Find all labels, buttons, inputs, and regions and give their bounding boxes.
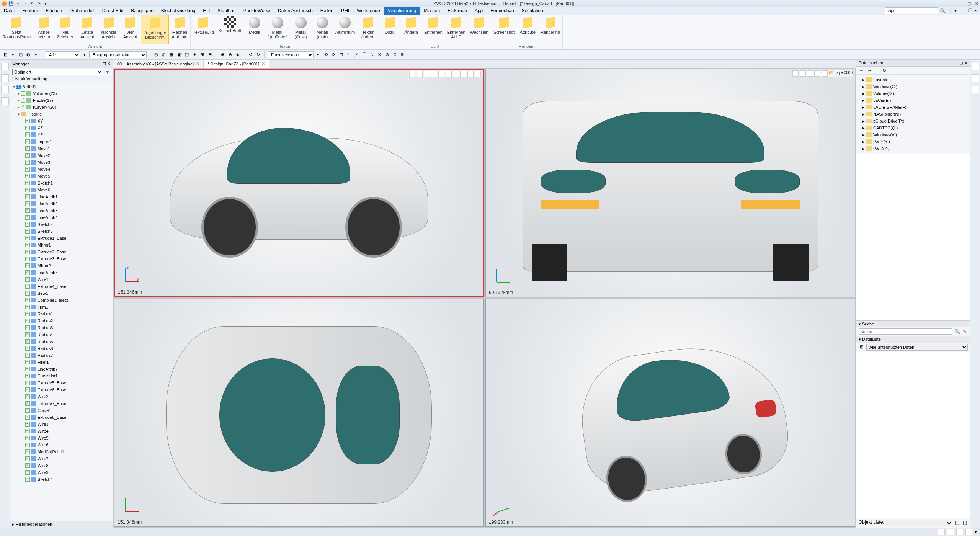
tree-node[interactable]: Radius7 [10, 352, 113, 359]
vp-icon[interactable] [424, 71, 430, 77]
file-filter-combo[interactable]: Alle unterstützten Daten [866, 344, 968, 351]
tree-node[interactable]: ModCtrlPoint1 [10, 448, 113, 455]
status-icon[interactable] [956, 529, 963, 535]
tree-root[interactable]: ▾ 👥 Part001 [10, 83, 113, 90]
tree-node[interactable]: Wire3 [10, 421, 113, 428]
viewport-bottom-right[interactable]: 199.233mm [485, 299, 855, 527]
menu-heilen[interactable]: Heilen [317, 7, 337, 15]
tree-node[interactable]: LineAttrib3 [10, 207, 113, 214]
tree-node[interactable]: Extrude5_Base [10, 379, 113, 386]
manager-collapse-icon[interactable]: ⊟ ✕ [103, 61, 111, 66]
tree-node[interactable]: Extrude3_Base [10, 255, 113, 262]
menu-punktewolke[interactable]: PunkteWolke [240, 7, 274, 15]
tree-node[interactable]: Extrude1_Base [10, 235, 113, 242]
tree-node[interactable]: Radius5 [10, 338, 113, 345]
panel-controls-icon[interactable]: ⊟ ✕ [960, 60, 968, 65]
tree-history-header[interactable]: ▾Historie [10, 111, 113, 118]
history-tree[interactable]: ▾ 👥 Part001▸Volumen(23)▸Fläche(17)▸Kurve… [10, 82, 113, 521]
status-icon[interactable] [965, 529, 972, 535]
ribbon-lightadd-button[interactable]: Dazu [379, 15, 400, 44]
tb-icon[interactable]: ◴ [153, 52, 159, 58]
ribbon-sphere-button[interactable]: Metall (Guss) [290, 15, 312, 44]
maximize-icon[interactable]: ▢ [967, 1, 971, 6]
tree-node[interactable]: Trim1 [10, 304, 113, 310]
tree-node[interactable]: LineAttrib6 [10, 269, 113, 276]
menu-formenbau[interactable]: Formenbau [487, 7, 518, 15]
vp-icon[interactable] [460, 71, 466, 77]
tb-icon[interactable]: ◐ [25, 52, 31, 58]
ribbon-sphere-button[interactable]: Metall (matt) [312, 15, 333, 44]
tb-icon[interactable]: ✕ [376, 52, 382, 58]
vp-icon[interactable] [800, 70, 806, 77]
menu-visualisierung[interactable]: Visualisierung [384, 7, 420, 15]
object-list-combo[interactable] [886, 520, 952, 526]
vp-icon[interactable] [431, 71, 437, 77]
save-icon[interactable]: 💾 [8, 1, 14, 6]
menu-feature[interactable]: Feature [18, 7, 42, 15]
tree-node[interactable]: Mirror1 [10, 242, 113, 248]
viewport-bottom-left[interactable]: 151.346mm [114, 299, 484, 527]
tb-icon[interactable]: ◧ [2, 52, 8, 58]
ribbon-render-button[interactable]: Rendering [538, 15, 562, 44]
menu-werkzeuge[interactable]: Werkzeuge [353, 7, 384, 15]
viewport-top-left[interactable]: ZX 151.346mm [114, 69, 484, 297]
search-icon[interactable]: 🔍 [940, 8, 946, 13]
menubar-search-input[interactable] [885, 7, 938, 14]
drive-node[interactable]: ▸ Volume(D:) [859, 90, 968, 97]
file-list-area[interactable] [856, 352, 970, 518]
drive-node[interactable]: ▸ LACIE SHARE(F:) [859, 104, 968, 111]
undo-icon[interactable]: ↶ [29, 1, 34, 6]
tree-node[interactable]: Radius4 [10, 331, 113, 338]
menu-baugruppe[interactable]: Baugruppe [127, 7, 157, 15]
close-tab-icon[interactable]: ✕ [196, 61, 199, 66]
tree-node[interactable]: XZ [10, 124, 113, 131]
tree-node[interactable]: Move6 [10, 186, 113, 193]
vp-icon[interactable] [453, 71, 459, 77]
vp-icon[interactable] [814, 70, 820, 77]
rail-icon[interactable] [972, 63, 979, 70]
tree-node[interactable]: Wire6 [10, 441, 113, 448]
tree-node[interactable]: YZ [10, 131, 113, 138]
tree-node[interactable]: Radius1 [10, 310, 113, 317]
tree-node[interactable]: LineAttrib7 [10, 366, 113, 373]
vp-icon[interactable] [438, 71, 444, 77]
menu-app[interactable]: App [471, 7, 487, 15]
ribbon-texedit-button[interactable]: Textur ändern [357, 15, 379, 44]
tb-icon[interactable]: ⌒ [361, 52, 367, 58]
obj-icon[interactable]: ▢ [962, 520, 968, 526]
tb-icon[interactable]: ▾ [82, 52, 88, 58]
tree-node[interactable]: Move2 [10, 152, 113, 159]
ribbon-teximg-button[interactable]: TextureBild [191, 15, 216, 44]
drive-tree[interactable]: ▸ Favoriten▸ Windows(C:)▸ Volume(D:)▸ La… [856, 75, 970, 154]
document-tab[interactable]: * Design_Car.Z3 - [Part001]✕ [204, 60, 269, 68]
tree-node[interactable]: XY [10, 118, 113, 124]
rail-icon[interactable] [1, 63, 9, 70]
ribbon-four-button[interactable]: Vier Ansicht [119, 15, 141, 44]
tree-node[interactable]: Extrude2_Base [10, 248, 113, 255]
filter-all-combo[interactable]: Alle [46, 51, 80, 58]
manager-filter-combo[interactable]: Optimiert [12, 69, 103, 75]
qat-icon[interactable]: ▫ [22, 1, 28, 6]
document-tab[interactable]: 001_Assembly.VX - [ASSY Basic engine]✕ [113, 60, 204, 68]
obj-icon[interactable]: ▢ [954, 520, 960, 526]
tree-node[interactable]: Mirror2 [10, 262, 113, 269]
vp-icon[interactable] [416, 71, 423, 77]
tb-icon[interactable]: ⊡ [338, 52, 344, 58]
tree-node[interactable]: Radius3 [10, 324, 113, 331]
tree-node[interactable]: Sew1 [10, 290, 113, 297]
status-more-icon[interactable]: ▾ [975, 529, 977, 534]
search-icon[interactable]: 🔍 [954, 328, 960, 335]
tree-node[interactable]: Wire1 [10, 276, 113, 283]
vp-icon[interactable] [446, 71, 452, 77]
tree-node[interactable]: Radius6 [10, 345, 113, 352]
tb-icon[interactable]: ⊞ [199, 52, 205, 58]
view-icon[interactable]: ⊞ [859, 344, 865, 350]
tb-icon[interactable]: ⊗ [384, 52, 390, 58]
menu-datei[interactable]: Datei [0, 7, 18, 15]
nav-up-icon[interactable]: ↑ [874, 67, 880, 74]
ribbon-rotpoint-button[interactable]: Setzt RotationsPunkt [0, 15, 33, 44]
rail-icon[interactable] [1, 97, 9, 105]
redo-icon[interactable]: ↷ [36, 1, 41, 6]
nav-back-icon[interactable]: ← [859, 67, 865, 74]
menu-direct edit[interactable]: Direct Edit [98, 7, 127, 15]
